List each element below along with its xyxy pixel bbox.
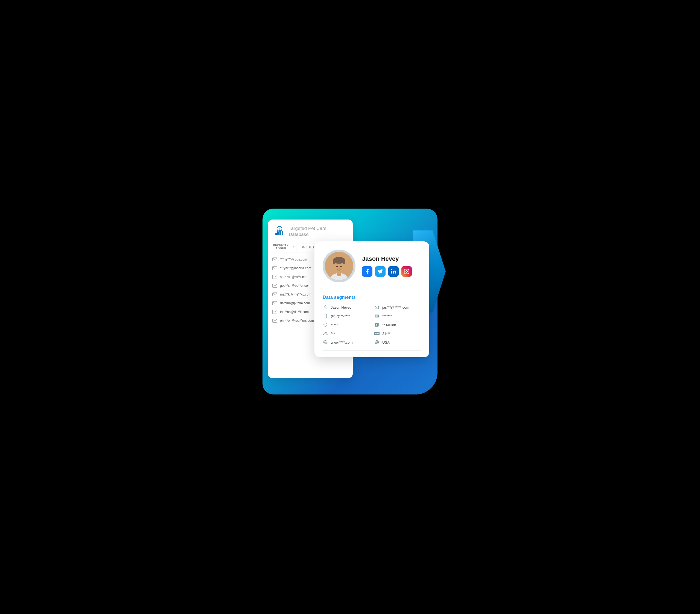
svg-point-38 xyxy=(325,324,326,325)
card-divider xyxy=(323,350,421,351)
flag-icon xyxy=(374,339,379,345)
linkedin-button[interactable] xyxy=(388,266,399,277)
phone-icon xyxy=(323,313,328,319)
data-segments-title: Data segments xyxy=(323,295,421,300)
data-item: $** Million xyxy=(374,322,421,327)
data-item: ******* xyxy=(374,313,421,319)
data-item: ZIP21*** xyxy=(374,331,421,336)
svg-point-6 xyxy=(282,231,283,233)
email-icon xyxy=(272,275,277,279)
location-icon xyxy=(323,322,328,327)
dollar-icon: $ xyxy=(374,322,379,327)
email-icon xyxy=(272,284,277,288)
app-title: Targeted Pet Care Database xyxy=(289,225,347,238)
app-logo-icon: $ xyxy=(273,225,286,237)
instagram-button[interactable] xyxy=(401,266,412,277)
id-icon xyxy=(374,313,379,319)
profile-name: Jason Hevey xyxy=(362,255,421,262)
zip-icon: ZIP xyxy=(374,331,379,336)
svg-rect-26 xyxy=(391,271,392,274)
svg-point-24 xyxy=(340,266,342,267)
data-item: jas***@*****.com xyxy=(374,304,421,310)
svg-rect-28 xyxy=(404,269,409,274)
twitter-button[interactable] xyxy=(375,266,386,277)
group-icon xyxy=(323,331,328,336)
svg-point-25 xyxy=(338,268,340,269)
email-icon xyxy=(272,266,277,270)
person-icon xyxy=(323,304,328,310)
profile-card: Jason Hevey Data segments xyxy=(314,241,429,357)
data-item: *** xyxy=(323,331,370,336)
email-icon xyxy=(272,292,277,296)
data-item: (617)***-**** xyxy=(323,313,370,319)
data-item: ***** xyxy=(323,322,370,327)
chevron-icon: ▾ xyxy=(293,246,295,248)
svg-point-41 xyxy=(324,332,325,333)
svg-rect-5 xyxy=(282,232,283,235)
profile-info: Jason Hevey xyxy=(362,255,421,277)
email-icon xyxy=(272,319,277,323)
globe-icon xyxy=(323,339,328,345)
svg-rect-2 xyxy=(275,233,277,235)
facebook-button[interactable] xyxy=(362,266,372,277)
email-icon xyxy=(272,301,277,305)
data-grid: Jason Heveyjas***@*****.com(617)***-****… xyxy=(323,304,421,345)
avatar-image xyxy=(325,252,353,280)
db-header: $ Targeted Pet Care Database xyxy=(268,220,353,241)
svg-point-27 xyxy=(391,269,392,270)
social-icons xyxy=(362,266,421,277)
svg-rect-3 xyxy=(277,231,279,235)
email-icon xyxy=(374,304,379,310)
data-item: USA xyxy=(374,339,421,345)
email-icon xyxy=(272,310,277,314)
svg-point-30 xyxy=(325,306,326,307)
filter-recently-added[interactable]: RECENTLY ADDED ▾ xyxy=(268,241,297,253)
svg-rect-22 xyxy=(343,260,345,264)
profile-top: Jason Hevey xyxy=(323,250,421,289)
scene: $ Targeted Pet Care Database RECENTLY AD… xyxy=(257,209,443,405)
svg-point-23 xyxy=(336,266,338,267)
data-item: www.****.com xyxy=(323,339,370,345)
avatar xyxy=(323,250,355,283)
data-item: Jason Hevey xyxy=(323,304,370,310)
svg-rect-4 xyxy=(279,230,281,235)
svg-text:$: $ xyxy=(376,324,378,326)
email-icon xyxy=(272,258,277,261)
svg-rect-21 xyxy=(333,260,335,264)
